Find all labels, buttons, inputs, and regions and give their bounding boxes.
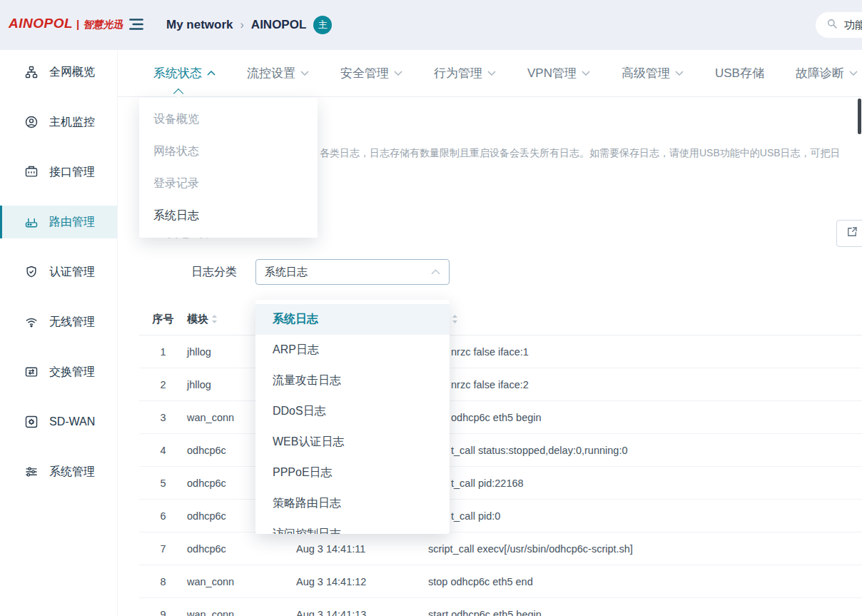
switch-icon — [24, 364, 39, 380]
log-type-dropdown: 系统日志 ARP日志 流量攻击日志 DDoS日志 WEB认证日志 PPPoE日志… — [255, 300, 450, 534]
tab-label: USB存储 — [715, 65, 764, 81]
export-button[interactable] — [836, 220, 862, 247]
tab-security-mgmt[interactable]: 安全管理 — [340, 65, 402, 81]
sdwan-icon — [24, 414, 39, 430]
breadcrumb-network[interactable]: My network — [166, 18, 233, 32]
sidebar-item-label: 接口管理 — [49, 165, 95, 180]
table-row: 1 jhllog nrzc false iface:1 — [139, 335, 862, 368]
cell-no: 6 — [139, 510, 187, 522]
cell-no: 4 — [139, 445, 187, 456]
sort-icon[interactable] — [211, 314, 218, 324]
cell-module: odhcp6c — [187, 543, 296, 555]
tab-advanced-mgmt[interactable]: 高级管理 — [622, 65, 684, 81]
option-web-auth-log[interactable]: WEB认证日志 — [255, 427, 450, 458]
chevron-down-icon — [849, 71, 858, 76]
tab-label: 故障诊断 — [796, 65, 844, 81]
cell-content: t_call status:stopped,delay:0,running:0 — [428, 445, 862, 456]
cell-no: 1 — [139, 346, 187, 358]
main-tab-bar: 系统状态 流控设置 安全管理 行为管理 VPN管理 高级管理 USB存储 故障诊… — [118, 50, 862, 97]
cell-no: 3 — [139, 412, 187, 423]
chevron-down-icon — [300, 71, 309, 76]
table-row: 2 jhllog nrzc false iface:2 — [139, 368, 862, 401]
tab-system-status[interactable]: 系统状态 — [153, 65, 216, 81]
brand-separator: | — [76, 18, 79, 30]
menu-item-network-status[interactable]: 网络状态 — [139, 136, 318, 168]
table-row: 5 odhcp6c t_call pid:22168 — [139, 467, 862, 500]
table-header-row: 序号 模块 — [139, 303, 862, 335]
master-badge[interactable]: 主 — [313, 16, 332, 34]
sidebar-item-interface-mgmt[interactable]: 接口管理 — [0, 156, 117, 188]
breadcrumb-device[interactable]: AINOPOL — [251, 18, 306, 32]
search-box[interactable]: 功能 — [816, 12, 862, 38]
chevron-down-icon — [582, 71, 590, 76]
cell-no: 7 — [139, 543, 187, 555]
option-pppoe-log[interactable]: PPPoE日志 — [255, 458, 450, 488]
menu-item-system-log[interactable]: 系统日志 — [139, 200, 318, 232]
scrollbar-thumb[interactable] — [858, 99, 861, 134]
sidebar-item-label: 认证管理 — [49, 265, 95, 280]
table-row: 7 odhcp6c Aug 3 14:41:11 script_call exe… — [139, 532, 862, 565]
log-category-label: 日志分类 — [191, 265, 237, 280]
wifi-icon — [24, 314, 39, 330]
sidebar-item-label: 交换管理 — [49, 365, 95, 380]
cell-module: wan_conn — [187, 576, 296, 587]
sidebar-item-label: 无线管理 — [49, 315, 95, 330]
option-system-log[interactable]: 系统日志 — [255, 304, 450, 335]
table-row: 4 odhcp6c t_call status:stopped,delay:0,… — [139, 434, 862, 467]
table-row: 8 wan_conn Aug 3 14:41:12 stop odhcp6c e… — [139, 565, 862, 598]
router-icon — [24, 214, 39, 230]
tab-label: VPN管理 — [527, 65, 577, 81]
search-icon — [826, 17, 838, 33]
tab-label: 高级管理 — [622, 65, 670, 81]
sidebar-nav: 全网概览 主机监控 接口管理 路由管理 认证管理 — [0, 50, 118, 616]
header-content — [428, 314, 862, 324]
chevron-down-icon — [675, 71, 684, 76]
sliders-icon — [24, 464, 39, 480]
option-policy-route-log[interactable]: 策略路由日志 — [255, 488, 450, 519]
tab-label: 行为管理 — [434, 65, 482, 81]
sidebar-item-label: 系统管理 — [49, 465, 95, 480]
cell-module: wan_conn — [187, 609, 296, 616]
cell-no: 8 — [139, 576, 187, 587]
breadcrumb: My network › AINOPOL 主 — [166, 16, 332, 34]
table-row: 3 wan_conn odhcp6c eth5 begin — [139, 401, 862, 434]
sort-icon[interactable] — [452, 314, 458, 324]
cell-content: stop odhcp6c eth5 end — [428, 576, 862, 587]
breadcrumb-separator: › — [240, 19, 244, 31]
cell-content: nrzc false iface:2 — [428, 379, 862, 390]
cell-no: 2 — [139, 379, 187, 390]
brand-name: AINOPOL — [9, 16, 73, 31]
top-header: AINOPOL | 智慧光迅 My network › AINOPOL 主 功能 — [0, 0, 862, 50]
sidebar-item-label: 主机监控 — [49, 115, 95, 130]
sidebar-item-wireless-mgmt[interactable]: 无线管理 — [0, 306, 117, 338]
option-traffic-attack-log[interactable]: 流量攻击日志 — [255, 365, 450, 396]
menu-item-login-records[interactable]: 登录记录 — [139, 168, 318, 200]
header-no: 序号 — [139, 313, 187, 326]
cell-no: 9 — [139, 609, 187, 616]
cell-time: Aug 3 14:41:12 — [296, 576, 428, 587]
sidebar-item-switch-mgmt[interactable]: 交换管理 — [0, 355, 117, 388]
cell-content: script_call execv[/usr/sbin/odhcp6c-scri… — [428, 543, 862, 555]
sidebar-item-router-mgmt[interactable]: 路由管理 — [0, 206, 117, 238]
option-arp-log[interactable]: ARP日志 — [255, 335, 450, 365]
tab-behavior-mgmt[interactable]: 行为管理 — [434, 65, 496, 81]
sidebar-item-sdwan[interactable]: SD-WAN — [0, 405, 117, 438]
tab-vpn-mgmt[interactable]: VPN管理 — [527, 65, 590, 81]
tab-diagnostics[interactable]: 故障诊断 — [796, 65, 858, 81]
option-access-control-log[interactable]: 访问控制日志 — [255, 519, 450, 534]
sidebar-item-auth-mgmt[interactable]: 认证管理 — [0, 256, 117, 288]
sidebar-item-host-monitor[interactable]: 主机监控 — [0, 106, 117, 138]
menu-item-device-overview[interactable]: 设备概览 — [139, 103, 318, 136]
menu-toggle-icon[interactable] — [127, 15, 146, 34]
sidebar-item-system-mgmt[interactable]: 系统管理 — [0, 455, 117, 488]
option-ddos-log[interactable]: DDoS日志 — [255, 396, 450, 427]
sidebar-item-label: 全网概览 — [49, 65, 95, 80]
header-module-label: 模块 — [187, 313, 208, 326]
tab-usb-storage[interactable]: USB存储 — [715, 65, 764, 81]
tab-flow-control[interactable]: 流控设置 — [247, 65, 309, 81]
tab-label: 流控设置 — [247, 65, 295, 81]
log-category-select[interactable]: 系统日志 — [255, 259, 450, 285]
cell-content: t_call pid:22168 — [428, 478, 862, 489]
sidebar-item-network-overview[interactable]: 全网概览 — [0, 56, 117, 89]
tab-label: 安全管理 — [340, 65, 389, 81]
